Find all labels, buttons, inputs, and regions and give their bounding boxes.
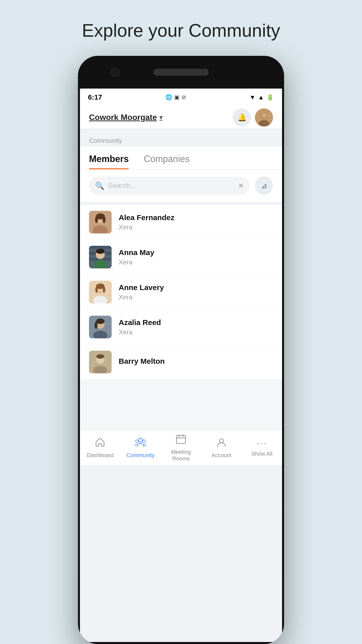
- svg-rect-12: [89, 246, 112, 249]
- svg-point-32: [96, 318, 105, 324]
- search-row: 🔍 Search... ✕ ⊿: [80, 170, 282, 202]
- nav-label-show-all: Show All: [251, 451, 272, 457]
- member-name: Barry Melton: [119, 357, 273, 366]
- member-avatar: [89, 316, 112, 338]
- account-icon: [216, 437, 227, 450]
- section-label: Community: [80, 129, 282, 147]
- bottom-nav: Dashboard Community: [80, 430, 282, 465]
- nav-item-account[interactable]: Account: [201, 434, 242, 461]
- wifi-icon: ▼: [249, 94, 255, 101]
- member-name: Alea Fernandez: [119, 213, 273, 222]
- status-icons: 🌐 ▣ ⊘: [165, 94, 186, 101]
- member-item[interactable]: Alea Fernandez Xera: [80, 205, 282, 240]
- nav-item-meeting-rooms[interactable]: MeetingRooms: [161, 431, 201, 465]
- member-info: Alea Fernandez Xera: [119, 213, 273, 231]
- status-bar: 6:17 🌐 ▣ ⊘ ▼ ▲ 🔋: [80, 89, 282, 106]
- account-svg: [216, 437, 227, 448]
- nav-label-account: Account: [211, 452, 232, 459]
- member-info: Anne Lavery Xera: [119, 283, 273, 301]
- svg-point-10: [103, 216, 106, 223]
- tabs-container: Members Companies: [80, 147, 282, 170]
- header-actions: 🔔: [233, 108, 273, 127]
- member-item[interactable]: Azalia Reed Xera: [80, 310, 282, 345]
- svg-point-40: [136, 440, 139, 442]
- do-not-disturb-icon: ⊘: [182, 94, 186, 101]
- search-icon: 🔍: [95, 181, 104, 190]
- home-icon: [95, 437, 106, 450]
- svg-point-38: [96, 354, 104, 359]
- svg-point-20: [96, 249, 105, 254]
- avatar-barry-img: [89, 351, 112, 373]
- nav-label-community: Community: [127, 452, 155, 459]
- member-avatar: [89, 211, 112, 233]
- avatar-anna-img: [89, 246, 112, 268]
- member-avatar: [89, 351, 112, 373]
- app-header: Cowork Moorgate ▾ 🔔: [80, 106, 282, 129]
- workspace-name-text: Cowork Moorgate: [89, 113, 157, 122]
- member-name: Anna May: [119, 248, 273, 257]
- phone-screen: 6:17 🌐 ▣ ⊘ ▼ ▲ 🔋 Cowork Moorgate ▾ 🔔: [80, 89, 282, 642]
- nav-item-show-all[interactable]: ··· Show All: [242, 435, 282, 460]
- calendar-svg: [175, 433, 187, 445]
- status-time: 6:17: [88, 93, 102, 101]
- phone-speaker: [153, 69, 209, 76]
- member-name: Anne Lavery: [119, 283, 273, 292]
- phone-shell: 6:17 🌐 ▣ ⊘ ▼ ▲ 🔋 Cowork Moorgate ▾ 🔔: [78, 56, 284, 644]
- search-bar-container: 🔍 Search... ✕: [89, 177, 250, 195]
- svg-point-26: [95, 287, 98, 293]
- svg-point-46: [219, 439, 223, 443]
- svg-point-41: [143, 440, 146, 442]
- member-item[interactable]: Barry Melton: [80, 345, 282, 380]
- tab-companies[interactable]: Companies: [144, 147, 190, 169]
- avatar-azalia-img: [89, 316, 112, 338]
- sd-card-icon: ▣: [174, 94, 179, 101]
- svg-point-27: [103, 287, 105, 293]
- clear-search-icon[interactable]: ✕: [238, 182, 244, 190]
- avatar-svg: [255, 108, 273, 127]
- nav-item-dashboard[interactable]: Dashboard: [80, 434, 120, 461]
- member-company: Xera: [119, 328, 273, 336]
- globe-icon: 🌐: [165, 94, 172, 101]
- nav-label-dashboard: Dashboard: [87, 452, 114, 459]
- spacer: [80, 380, 282, 430]
- member-item[interactable]: Anna May Xera: [80, 240, 282, 275]
- tab-members[interactable]: Members: [89, 147, 129, 169]
- calendar-icon: [175, 433, 187, 447]
- page-title: Explore your Community: [82, 20, 280, 41]
- status-right-icons: ▼ ▲ 🔋: [249, 94, 274, 101]
- workspace-selector[interactable]: Cowork Moorgate ▾: [89, 113, 162, 122]
- notification-button[interactable]: 🔔: [233, 108, 251, 127]
- battery-icon: 🔋: [266, 94, 274, 101]
- svg-point-39: [139, 438, 143, 442]
- community-svg: [134, 437, 147, 448]
- filter-button[interactable]: ⊿: [255, 177, 273, 195]
- svg-point-3: [261, 112, 267, 118]
- avatar-alea-img: [89, 211, 112, 233]
- phone-bottom-bar: [78, 642, 284, 644]
- member-avatar: [89, 246, 112, 268]
- search-input[interactable]: Search...: [108, 182, 235, 190]
- signal-icon: ▲: [258, 94, 264, 101]
- phone-top-bar: [78, 56, 284, 89]
- nav-label-meeting-rooms: MeetingRooms: [171, 449, 191, 462]
- member-company: Xera: [119, 258, 273, 266]
- member-info: Azalia Reed Xera: [119, 318, 273, 336]
- member-company: Xera: [119, 223, 273, 231]
- member-company: Xera: [119, 293, 273, 301]
- chevron-down-icon: ▾: [159, 114, 162, 121]
- phone-camera: [111, 68, 120, 77]
- member-name: Azalia Reed: [119, 318, 273, 327]
- user-avatar[interactable]: [255, 108, 273, 127]
- member-info: Anna May Xera: [119, 248, 273, 266]
- members-list: Alea Fernandez Xera: [80, 205, 282, 380]
- home-svg: [95, 437, 106, 448]
- svg-point-9: [95, 216, 98, 223]
- member-avatar: [89, 281, 112, 303]
- filter-icon: ⊿: [261, 182, 267, 190]
- avatar-anne-img: [89, 281, 112, 303]
- nav-item-community[interactable]: Community: [120, 434, 161, 461]
- member-item[interactable]: Anne Lavery Xera: [80, 275, 282, 310]
- bell-icon: 🔔: [237, 113, 247, 122]
- svg-rect-42: [176, 435, 186, 444]
- more-icon: ···: [257, 438, 267, 449]
